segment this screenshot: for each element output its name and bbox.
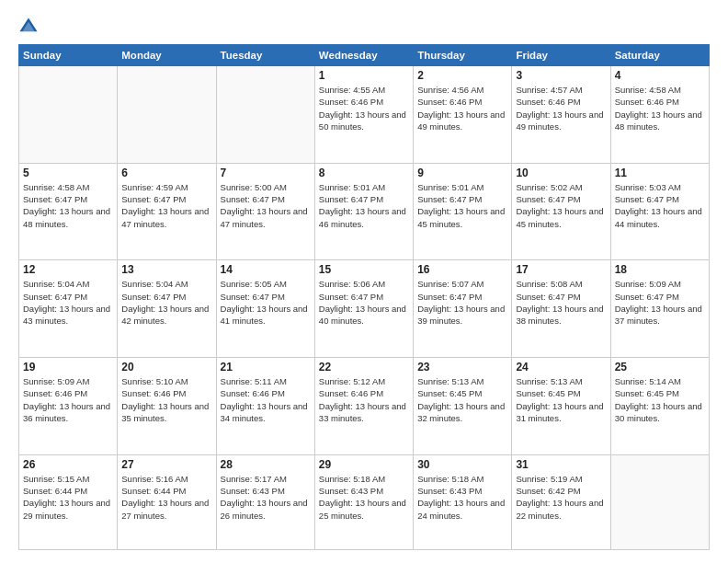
page: SundayMondayTuesdayWednesdayThursdayFrid…	[0, 0, 728, 563]
day-info: Sunrise: 5:13 AM Sunset: 6:45 PM Dayligh…	[417, 375, 507, 424]
day-info: Sunrise: 5:01 AM Sunset: 6:47 PM Dayligh…	[319, 181, 409, 230]
calendar-cell: 4Sunrise: 4:58 AM Sunset: 6:46 PM Daylig…	[610, 66, 709, 164]
day-number: 23	[417, 361, 507, 373]
calendar-header-tuesday: Tuesday	[216, 45, 314, 66]
calendar-cell: 11Sunrise: 5:03 AM Sunset: 6:47 PM Dayli…	[610, 163, 709, 260]
calendar-cell: 13Sunrise: 5:04 AM Sunset: 6:47 PM Dayli…	[118, 260, 216, 358]
day-number: 16	[417, 263, 507, 276]
day-info: Sunrise: 5:05 AM Sunset: 6:47 PM Dayligh…	[221, 278, 311, 327]
calendar-cell: 3Sunrise: 4:57 AM Sunset: 6:46 PM Daylig…	[512, 66, 610, 164]
day-number: 5	[23, 167, 113, 179]
day-info: Sunrise: 4:55 AM Sunset: 6:46 PM Dayligh…	[319, 84, 409, 132]
calendar-cell: 10Sunrise: 5:02 AM Sunset: 6:47 PM Dayli…	[512, 163, 610, 260]
day-info: Sunrise: 5:15 AM Sunset: 6:44 PM Dayligh…	[23, 473, 113, 522]
calendar-cell: 6Sunrise: 4:59 AM Sunset: 6:47 PM Daylig…	[118, 163, 216, 260]
day-info: Sunrise: 5:04 AM Sunset: 6:47 PM Dayligh…	[121, 278, 211, 327]
calendar-cell: 15Sunrise: 5:06 AM Sunset: 6:47 PM Dayli…	[314, 260, 413, 358]
calendar-cell: 28Sunrise: 5:17 AM Sunset: 6:43 PM Dayli…	[216, 454, 314, 549]
day-number: 11	[615, 167, 705, 179]
calendar-cell	[610, 454, 709, 549]
day-number: 12	[23, 263, 113, 276]
day-number: 7	[221, 167, 311, 179]
logo	[18, 17, 41, 37]
day-info: Sunrise: 5:17 AM Sunset: 6:43 PM Dayligh…	[221, 473, 311, 522]
day-number: 29	[319, 458, 409, 471]
day-info: Sunrise: 5:18 AM Sunset: 6:43 PM Dayligh…	[417, 473, 507, 522]
day-number: 28	[221, 458, 311, 471]
calendar-cell: 25Sunrise: 5:14 AM Sunset: 6:45 PM Dayli…	[610, 358, 709, 455]
day-number: 21	[221, 361, 311, 373]
day-number: 1	[319, 69, 409, 82]
day-info: Sunrise: 5:01 AM Sunset: 6:47 PM Dayligh…	[417, 181, 507, 230]
day-number: 17	[516, 263, 606, 276]
day-number: 13	[121, 263, 211, 276]
calendar-cell: 17Sunrise: 5:08 AM Sunset: 6:47 PM Dayli…	[512, 260, 610, 358]
day-number: 10	[516, 167, 606, 179]
day-info: Sunrise: 5:19 AM Sunset: 6:42 PM Dayligh…	[516, 473, 606, 522]
day-info: Sunrise: 4:57 AM Sunset: 6:46 PM Dayligh…	[516, 84, 606, 132]
calendar-week-3: 19Sunrise: 5:09 AM Sunset: 6:46 PM Dayli…	[19, 358, 710, 455]
day-info: Sunrise: 5:07 AM Sunset: 6:47 PM Dayligh…	[417, 278, 507, 327]
calendar-cell: 23Sunrise: 5:13 AM Sunset: 6:45 PM Dayli…	[414, 358, 512, 455]
calendar-week-1: 5Sunrise: 4:58 AM Sunset: 6:47 PM Daylig…	[19, 163, 710, 260]
day-info: Sunrise: 4:59 AM Sunset: 6:47 PM Dayligh…	[121, 181, 211, 230]
calendar-cell: 26Sunrise: 5:15 AM Sunset: 6:44 PM Dayli…	[19, 454, 118, 549]
day-number: 4	[615, 69, 705, 82]
calendar-cell: 1Sunrise: 4:55 AM Sunset: 6:46 PM Daylig…	[314, 66, 413, 164]
day-info: Sunrise: 5:16 AM Sunset: 6:44 PM Dayligh…	[121, 473, 211, 522]
day-number: 25	[615, 361, 705, 373]
day-number: 2	[417, 69, 507, 82]
day-number: 26	[23, 458, 113, 471]
day-number: 6	[121, 167, 211, 179]
day-info: Sunrise: 5:08 AM Sunset: 6:47 PM Dayligh…	[516, 278, 606, 327]
day-info: Sunrise: 5:14 AM Sunset: 6:45 PM Dayligh…	[615, 375, 705, 424]
calendar-header-sunday: Sunday	[19, 45, 118, 66]
calendar-cell: 16Sunrise: 5:07 AM Sunset: 6:47 PM Dayli…	[414, 260, 512, 358]
calendar-cell: 2Sunrise: 4:56 AM Sunset: 6:46 PM Daylig…	[414, 66, 512, 164]
day-info: Sunrise: 5:03 AM Sunset: 6:47 PM Dayligh…	[615, 181, 705, 230]
calendar-cell	[216, 66, 314, 164]
day-info: Sunrise: 5:11 AM Sunset: 6:46 PM Dayligh…	[221, 375, 311, 424]
day-info: Sunrise: 4:58 AM Sunset: 6:46 PM Dayligh…	[615, 84, 705, 132]
day-info: Sunrise: 5:02 AM Sunset: 6:47 PM Dayligh…	[516, 181, 606, 230]
day-info: Sunrise: 4:56 AM Sunset: 6:46 PM Dayligh…	[417, 84, 507, 132]
day-number: 24	[516, 361, 606, 373]
day-info: Sunrise: 5:04 AM Sunset: 6:47 PM Dayligh…	[23, 278, 113, 327]
day-info: Sunrise: 5:10 AM Sunset: 6:46 PM Dayligh…	[121, 375, 211, 424]
day-info: Sunrise: 5:13 AM Sunset: 6:45 PM Dayligh…	[516, 375, 606, 424]
day-number: 31	[516, 458, 606, 471]
calendar-week-2: 12Sunrise: 5:04 AM Sunset: 6:47 PM Dayli…	[19, 260, 710, 358]
day-info: Sunrise: 5:06 AM Sunset: 6:47 PM Dayligh…	[319, 278, 409, 327]
calendar-cell: 9Sunrise: 5:01 AM Sunset: 6:47 PM Daylig…	[414, 163, 512, 260]
day-info: Sunrise: 5:12 AM Sunset: 6:46 PM Dayligh…	[319, 375, 409, 424]
day-info: Sunrise: 5:09 AM Sunset: 6:47 PM Dayligh…	[615, 278, 705, 327]
calendar-cell: 8Sunrise: 5:01 AM Sunset: 6:47 PM Daylig…	[314, 163, 413, 260]
calendar-week-0: 1Sunrise: 4:55 AM Sunset: 6:46 PM Daylig…	[19, 66, 710, 164]
day-number: 9	[417, 167, 507, 179]
calendar-cell: 29Sunrise: 5:18 AM Sunset: 6:43 PM Dayli…	[314, 454, 413, 549]
day-info: Sunrise: 5:00 AM Sunset: 6:47 PM Dayligh…	[221, 181, 311, 230]
day-number: 15	[319, 263, 409, 276]
day-info: Sunrise: 4:58 AM Sunset: 6:47 PM Dayligh…	[23, 181, 113, 230]
calendar-cell: 22Sunrise: 5:12 AM Sunset: 6:46 PM Dayli…	[314, 358, 413, 455]
calendar-week-4: 26Sunrise: 5:15 AM Sunset: 6:44 PM Dayli…	[19, 454, 710, 549]
calendar-cell: 18Sunrise: 5:09 AM Sunset: 6:47 PM Dayli…	[610, 260, 709, 358]
calendar-cell: 19Sunrise: 5:09 AM Sunset: 6:46 PM Dayli…	[19, 358, 118, 455]
day-number: 8	[319, 167, 409, 179]
calendar-cell: 27Sunrise: 5:16 AM Sunset: 6:44 PM Dayli…	[118, 454, 216, 549]
day-info: Sunrise: 5:09 AM Sunset: 6:46 PM Dayligh…	[23, 375, 113, 424]
calendar-cell: 21Sunrise: 5:11 AM Sunset: 6:46 PM Dayli…	[216, 358, 314, 455]
day-number: 14	[221, 263, 311, 276]
day-number: 20	[121, 361, 211, 373]
calendar-table: SundayMondayTuesdayWednesdayThursdayFrid…	[18, 44, 710, 550]
calendar-cell	[19, 66, 118, 164]
day-number: 27	[121, 458, 211, 471]
calendar-cell: 14Sunrise: 5:05 AM Sunset: 6:47 PM Dayli…	[216, 260, 314, 358]
logo-icon	[18, 17, 39, 37]
calendar-cell: 7Sunrise: 5:00 AM Sunset: 6:47 PM Daylig…	[216, 163, 314, 260]
calendar-cell: 24Sunrise: 5:13 AM Sunset: 6:45 PM Dayli…	[512, 358, 610, 455]
day-number: 18	[615, 263, 705, 276]
day-number: 30	[417, 458, 507, 471]
calendar-header-wednesday: Wednesday	[314, 45, 413, 66]
calendar-cell: 31Sunrise: 5:19 AM Sunset: 6:42 PM Dayli…	[512, 454, 610, 549]
